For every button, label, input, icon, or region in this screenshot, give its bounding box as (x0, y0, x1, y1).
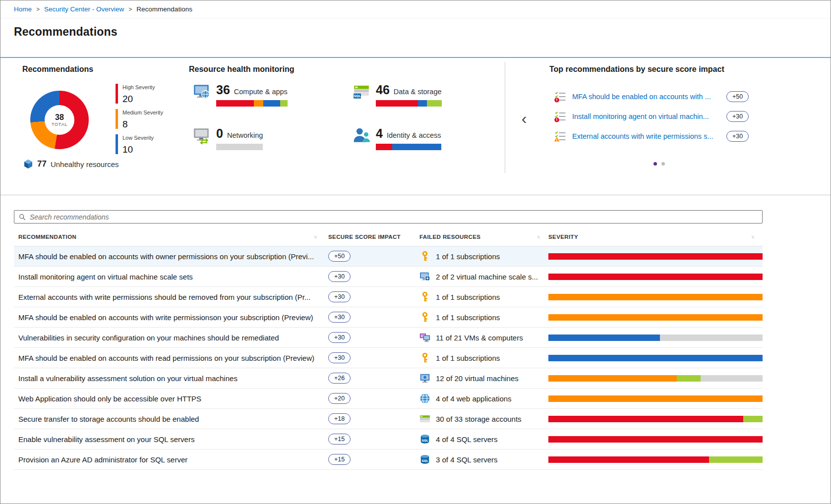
resource-count: 4 (376, 126, 383, 141)
failed-resources-text: 1 of 1 subscriptions (436, 354, 500, 362)
column-header-label: FAILED RESOURCES (419, 234, 480, 240)
svg-text:!: ! (556, 117, 557, 122)
secure-score-pill: +30 (328, 352, 351, 363)
resource-health-item[interactable]: 0Networking (193, 126, 353, 150)
unhealthy-resources-label: Unhealthy resources (51, 160, 119, 168)
carousel-previous-button[interactable]: ‹ (517, 109, 531, 128)
recommendation-text: Enable vulnerability assessment on your … (14, 435, 325, 444)
failed-resources-text: 3 of 4 SQL servers (436, 455, 498, 464)
search-input[interactable] (30, 213, 758, 221)
health-status-bar (376, 144, 441, 150)
carousel-dot[interactable] (653, 162, 657, 166)
checklist-critical-icon: ! (554, 111, 566, 122)
secure-score-pill: +30 (328, 291, 351, 302)
recommendation-row[interactable]: MFA should be enabled on accounts with o… (14, 246, 763, 267)
severity-legend-item: Medium Severity8 (116, 109, 163, 129)
resource-health-item[interactable]: 36Compute & apps (193, 83, 353, 107)
recommendation-row[interactable]: Install monitoring agent on virtual mach… (14, 267, 763, 287)
resource-count: 46 (376, 83, 390, 97)
severity-bar (548, 294, 763, 300)
overview-dashboard: Recommendations Resource health monitori… (0, 57, 831, 195)
vm-icon (419, 373, 430, 384)
top-recommendations-list: !MFA should be enabled on accounts with … (554, 87, 749, 146)
top-recommendation-item[interactable]: !Install monitoring agent on virtual mac… (554, 107, 749, 126)
column-header[interactable]: FAILED RESOURCES↑↓ (416, 234, 548, 240)
sql-icon: SQL (419, 454, 430, 465)
recommendation-text: Provision an Azure AD administrator for … (14, 455, 325, 464)
page-title: Recommendations (14, 25, 831, 39)
failed-resources-text: 1 of 1 subscriptions (436, 293, 500, 301)
top-recommendations-panel-title: Top recommendations by secure score impa… (549, 65, 724, 74)
key-icon (419, 312, 430, 323)
recommendation-text: Install monitoring agent on virtual mach… (14, 273, 325, 281)
recommendation-row[interactable]: Web Application should only be accessibl… (14, 389, 763, 409)
legend-color-swatch (116, 134, 118, 154)
severity-legend: High Severity20Medium Severity8Low Sever… (116, 84, 163, 160)
cube-icon (23, 159, 33, 169)
sort-icon[interactable]: ↑↓ (537, 234, 539, 239)
recommendation-row[interactable]: Install a vulnerability assessment solut… (14, 368, 763, 389)
severity-donut-chart[interactable]: 38 TOTAL (30, 91, 89, 149)
carousel-pagination (653, 162, 665, 166)
recommendation-row[interactable]: MFA should be enabled on accounts with r… (14, 348, 763, 368)
checklist-critical-icon: ! (554, 91, 566, 103)
severity-legend-item: High Severity20 (116, 84, 163, 104)
column-header-label: SECURE SCORE IMPACT (328, 234, 401, 240)
failed-resources-text: 4 of 4 SQL servers (436, 435, 498, 444)
secure-score-pill: +20 (328, 393, 351, 404)
recommendation-row[interactable]: Provision an Azure AD administrator for … (14, 449, 763, 470)
recommendation-row[interactable]: Vulnerabilities in security configuratio… (14, 328, 763, 348)
resource-label: Identity & access (387, 131, 441, 139)
data-storage-icon: SQL (353, 83, 370, 101)
severity-bar (548, 375, 763, 382)
resource-health-panel-title: Resource health monitoring (189, 65, 294, 74)
column-header[interactable]: RECOMMENDATION↑↓ (14, 234, 325, 240)
top-recommendation-item[interactable]: !External accounts with write permission… (554, 126, 749, 146)
top-recommendation-link[interactable]: External accounts with write permissions… (572, 132, 720, 140)
secure-score-pill: +18 (328, 413, 351, 424)
top-recommendation-item[interactable]: !MFA should be enabled on accounts with … (554, 87, 749, 107)
sort-icon[interactable]: ↑↓ (751, 234, 754, 239)
failed-resources-text: 12 of 20 virtual machines (436, 374, 519, 383)
donut-total-label: TOTAL (52, 122, 67, 127)
breadcrumb-security-center-overview[interactable]: Security Center - Overview (44, 5, 124, 13)
severity-bar (548, 456, 763, 463)
carousel-dot[interactable] (661, 162, 665, 166)
panel-divider (505, 62, 505, 173)
failed-resources-text: 4 of 4 web applications (436, 394, 512, 403)
search-box[interactable] (14, 210, 763, 224)
secure-score-pill: +30 (726, 111, 749, 122)
sort-icon[interactable]: ↑↓ (314, 234, 316, 239)
secure-score-pill: +26 (328, 373, 351, 384)
recommendation-text: Vulnerabilities in security configuratio… (14, 334, 325, 342)
recommendation-row[interactable]: External accounts with write permissions… (14, 287, 763, 307)
key-icon (419, 352, 430, 363)
unhealthy-resources[interactable]: 77 Unhealthy resources (23, 159, 119, 169)
recommendation-row[interactable]: Secure transfer to storage accounts shou… (14, 409, 763, 429)
severity-bar (548, 416, 763, 422)
column-header[interactable]: SEVERITY↑↓ (548, 234, 763, 240)
breadcrumb-separator-icon: > (128, 6, 132, 13)
severity-bar (548, 335, 763, 341)
top-recommendation-link[interactable]: MFA should be enabled on accounts with .… (572, 93, 720, 101)
unhealthy-resources-count: 77 (37, 159, 47, 169)
resource-health-item[interactable]: 4Identity & access (353, 126, 512, 150)
column-header[interactable]: SECURE SCORE IMPACT (325, 234, 416, 240)
legend-value: 20 (122, 94, 155, 104)
donut-total-value: 38 (55, 113, 64, 122)
resource-health-item[interactable]: SQL46Data & storage (353, 83, 512, 107)
webapp-icon (419, 393, 430, 404)
sql-icon: SQL (419, 434, 430, 445)
recommendation-row[interactable]: Enable vulnerability assessment on your … (14, 429, 763, 449)
security-center-recommendations-page: Home > Security Center - Overview > Reco… (0, 0, 831, 504)
recommendations-table: MFA should be enabled on accounts with o… (14, 246, 817, 470)
top-recommendation-link[interactable]: Install monitoring agent on virtual mach… (572, 112, 720, 120)
vm-computers-icon (419, 332, 430, 343)
recommendation-text: MFA should be enabled on accounts with o… (14, 252, 325, 261)
breadcrumb-home[interactable]: Home (14, 5, 32, 13)
severity-bar (548, 355, 763, 361)
legend-label: Medium Severity (122, 110, 163, 115)
recommendation-row[interactable]: MFA should be enabled on accounts with w… (14, 307, 763, 328)
resource-count: 0 (216, 126, 223, 141)
donut-center: 38 TOTAL (45, 105, 74, 135)
